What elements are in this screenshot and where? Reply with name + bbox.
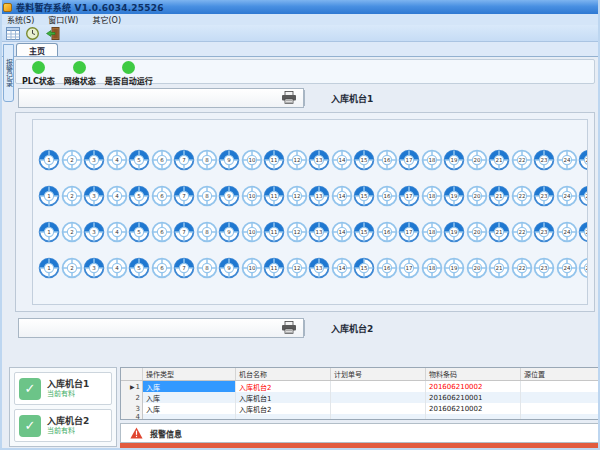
slot-r3-c21[interactable]: 21 <box>488 221 510 243</box>
table-row[interactable]: ▶1入库入库机台2201606210002 <box>121 381 599 392</box>
slot-r1-c2[interactable]: 2 <box>61 149 83 171</box>
slot-r2-c6[interactable]: 6 <box>151 185 173 207</box>
slot-r1-c8[interactable]: 8 <box>196 149 218 171</box>
station-card-1[interactable]: ✓入库机台1当前有料 <box>14 372 112 405</box>
table-cell[interactable]: 入库 <box>143 403 236 414</box>
slot-r2-c3[interactable]: 3 <box>83 185 105 207</box>
row-header[interactable]: 3 <box>121 403 143 414</box>
column-header-5[interactable]: 源位置 <box>521 368 599 380</box>
table-row[interactable]: 3入库入库机台2201606210002 <box>121 403 599 414</box>
table-cell[interactable] <box>521 403 599 414</box>
slot-r2-c17[interactable]: 17 <box>398 185 420 207</box>
slot-r4-c25[interactable]: 25 <box>578 257 588 279</box>
slot-r1-c3[interactable]: 3 <box>83 149 105 171</box>
slot-r3-c2[interactable]: 2 <box>61 221 83 243</box>
slot-r4-c22[interactable]: 22 <box>511 257 533 279</box>
slot-r1-c24[interactable]: 24 <box>556 149 578 171</box>
table-cell[interactable] <box>521 392 599 403</box>
slot-r4-c19[interactable]: 19 <box>443 257 465 279</box>
table-cell[interactable]: 201606210002 <box>426 403 521 414</box>
slot-r2-c25[interactable]: 25 <box>578 185 588 207</box>
printer-icon[interactable] <box>281 319 297 338</box>
slot-r4-c4[interactable]: 4 <box>106 257 128 279</box>
slot-r4-c6[interactable]: 6 <box>151 257 173 279</box>
exit-icon[interactable] <box>45 26 60 40</box>
table-cell[interactable]: 入库机台2 <box>236 381 331 392</box>
slot-r1-c23[interactable]: 23 <box>533 149 555 171</box>
slot-r1-c1[interactable]: 1 <box>38 149 60 171</box>
table-new-row[interactable]: 4 <box>121 414 599 419</box>
slot-r3-c22[interactable]: 22 <box>511 221 533 243</box>
slot-r1-c25[interactable]: 25 <box>578 149 588 171</box>
slot-r4-c24[interactable]: 24 <box>556 257 578 279</box>
menu-item-1[interactable]: 系统(S) <box>7 14 34 25</box>
tab-home[interactable]: 主页 <box>16 43 58 56</box>
column-header-4[interactable]: 物料条码 <box>426 368 521 380</box>
slot-r2-c15[interactable]: 15 <box>353 185 375 207</box>
slot-r1-c21[interactable]: 21 <box>488 149 510 171</box>
slot-r3-c11[interactable]: 11 <box>263 221 285 243</box>
slot-r2-c19[interactable]: 19 <box>443 185 465 207</box>
station2-header-box[interactable] <box>18 318 304 338</box>
table-cell[interactable]: 入库 <box>143 381 236 392</box>
slot-r3-c9[interactable]: 9 <box>218 221 240 243</box>
slot-r2-c16[interactable]: 16 <box>376 185 398 207</box>
slot-r1-c14[interactable]: 14 <box>331 149 353 171</box>
slot-r2-c10[interactable]: 10 <box>241 185 263 207</box>
slot-r1-c11[interactable]: 11 <box>263 149 285 171</box>
menu-item-2[interactable]: 窗口(W) <box>48 14 78 25</box>
slot-r3-c3[interactable]: 3 <box>83 221 105 243</box>
slot-r4-c21[interactable]: 21 <box>488 257 510 279</box>
slot-r3-c20[interactable]: 20 <box>466 221 488 243</box>
slot-r2-c9[interactable]: 9 <box>218 185 240 207</box>
table-cell[interactable]: 201606210002 <box>426 381 521 392</box>
slot-r4-c11[interactable]: 11 <box>263 257 285 279</box>
slot-r3-c4[interactable]: 4 <box>106 221 128 243</box>
slot-r2-c1[interactable]: 1 <box>38 185 60 207</box>
table-cell[interactable] <box>331 381 426 392</box>
slot-r1-c10[interactable]: 10 <box>241 149 263 171</box>
slot-r3-c24[interactable]: 24 <box>556 221 578 243</box>
printer-icon[interactable] <box>281 89 297 108</box>
slot-r4-c15[interactable]: 15 <box>353 257 375 279</box>
table-cell[interactable]: 入库 <box>143 392 236 403</box>
table-cell[interactable] <box>331 392 426 403</box>
slot-r1-c15[interactable]: 15 <box>353 149 375 171</box>
slot-r4-c2[interactable]: 2 <box>61 257 83 279</box>
clock-icon[interactable] <box>25 26 40 40</box>
slot-r3-c23[interactable]: 23 <box>533 221 555 243</box>
slot-r3-c14[interactable]: 14 <box>331 221 353 243</box>
table-cell[interactable]: 入库机台2 <box>236 403 331 414</box>
slot-r1-c9[interactable]: 9 <box>218 149 240 171</box>
column-header-3[interactable]: 计划单号 <box>331 368 426 380</box>
slot-r4-c10[interactable]: 10 <box>241 257 263 279</box>
slot-r3-c13[interactable]: 13 <box>308 221 330 243</box>
slot-r1-c12[interactable]: 12 <box>286 149 308 171</box>
slot-r2-c12[interactable]: 12 <box>286 185 308 207</box>
slot-r2-c21[interactable]: 21 <box>488 185 510 207</box>
table-cell[interactable] <box>331 403 426 414</box>
slot-r1-c16[interactable]: 16 <box>376 149 398 171</box>
slot-r3-c7[interactable]: 7 <box>173 221 195 243</box>
slot-r2-c22[interactable]: 22 <box>511 185 533 207</box>
slot-r2-c5[interactable]: 5 <box>128 185 150 207</box>
slot-r4-c13[interactable]: 13 <box>308 257 330 279</box>
slot-r3-c10[interactable]: 10 <box>241 221 263 243</box>
slot-r4-c23[interactable]: 23 <box>533 257 555 279</box>
slot-r1-c13[interactable]: 13 <box>308 149 330 171</box>
slot-r1-c19[interactable]: 19 <box>443 149 465 171</box>
table-cell[interactable] <box>521 381 599 392</box>
slot-r4-c9[interactable]: 9 <box>218 257 240 279</box>
slot-r3-c8[interactable]: 8 <box>196 221 218 243</box>
slot-r2-c24[interactable]: 24 <box>556 185 578 207</box>
slot-r2-c20[interactable]: 20 <box>466 185 488 207</box>
slot-r3-c5[interactable]: 5 <box>128 221 150 243</box>
slot-r3-c17[interactable]: 17 <box>398 221 420 243</box>
station-card-2[interactable]: ✓入库机台2当前有料 <box>14 409 112 442</box>
slot-r4-c16[interactable]: 16 <box>376 257 398 279</box>
slot-r1-c20[interactable]: 20 <box>466 149 488 171</box>
row-header[interactable]: 4 <box>121 414 143 419</box>
slot-r2-c11[interactable]: 11 <box>263 185 285 207</box>
slot-r1-c17[interactable]: 17 <box>398 149 420 171</box>
slot-r4-c7[interactable]: 7 <box>173 257 195 279</box>
